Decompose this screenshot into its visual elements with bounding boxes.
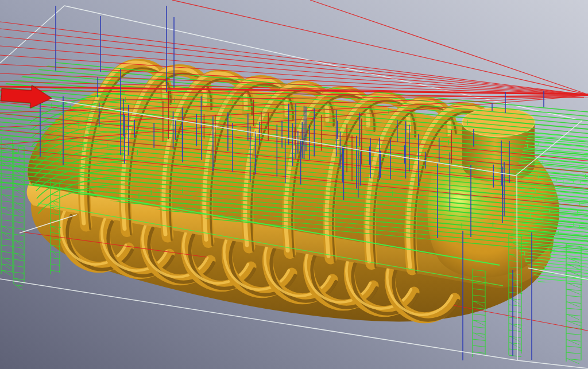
cam-viewport[interactable] bbox=[0, 0, 588, 369]
stock-box-edge bbox=[517, 176, 517, 360]
